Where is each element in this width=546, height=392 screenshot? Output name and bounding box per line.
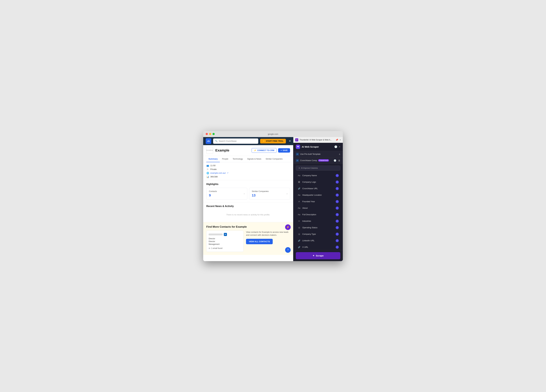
company-logo: EXAMPLE [206,147,213,154]
window-close-button[interactable] [206,133,208,135]
extension-header-bar: ⚡ Thunderbit: AI Web Scraper & Web A... … [293,137,343,143]
tab-technology[interactable]: Technology [230,156,245,162]
similar-companies-highlight-card[interactable]: Similar Companies 13 › [249,188,290,200]
search-bar[interactable]: 🔍 [213,138,258,144]
contact-card: in Director Director Management ✉ 1 emai… [206,231,244,252]
column-item-operating-status[interactable]: ◎ Operating Status ✓ [296,225,340,231]
prebuilt-left: cb Use Pre-built Template [296,153,320,156]
col-check-full-description: ✓ [336,213,339,216]
col-check-company-name: ✓ [336,174,339,177]
tab-summary[interactable]: Summary [206,156,220,162]
column-item-founded-year[interactable]: # Founded Year ✓ [296,199,340,205]
pin-icon[interactable]: 📌 [336,139,338,141]
view-all-contacts-button[interactable]: VIEW ALL CONTACTS [246,239,273,244]
scrape-button[interactable]: ✦ Scrape [296,252,340,259]
mac-titlebar: google.com [203,131,343,137]
mac-window-controls [206,133,215,135]
crunchbase-logo: cb [206,138,211,144]
mac-window: google.com cb 🔍 ⚡ START FREE TRIAL ≡ [203,131,343,261]
window-minimize-button[interactable] [209,133,211,135]
column-item-about[interactable]: Aa About ✓ [296,205,340,211]
col-check-founded-year: ✓ [336,200,339,203]
col-check-linkedin-url: ✓ [336,239,339,242]
save-button[interactable]: + SAVE [278,148,290,153]
news-title: Recent News & Activity [206,205,290,208]
column-item-headquarter[interactable]: Aa Headquarter Location ✓ [296,192,340,198]
col-name-operating-status: Operating Status [302,226,318,229]
col-check-x-url: ✓ [336,246,339,249]
start-trial-button[interactable]: ⚡ START FREE TRIAL [260,139,286,143]
col-name-founded-year: Founded Year [302,200,315,203]
column-item-crunchbase-url[interactable]: 🔗 Crunchbase URL ✓ [296,186,340,192]
tab-similar-companies[interactable]: Similar Companies [264,156,285,162]
email-found-row: ✉ 1 email found [209,247,241,250]
template-delete-icon[interactable]: 🗑 [338,159,340,162]
template-row-left: cb Crunchbase Comp Prebuilt-built [296,159,329,162]
window-maximize-button[interactable] [213,133,215,135]
external-link-icon: ↗ [227,172,228,174]
highlights-grid: Contacts 9 › Similar Companies 13 › [206,188,290,200]
tab-people[interactable]: People [220,156,230,162]
similar-chevron-icon: › [287,192,287,195]
column-item-full-description[interactable]: Aa Full Description ✓ [296,212,340,218]
contacts-label: Contacts [209,190,217,193]
extension-header-icons: 📌 × [336,139,341,141]
column-item-linkedin-url[interactable]: 🔗 LinkedIn URL ✓ [296,238,340,244]
template-name: Crunchbase Comp [300,159,317,161]
column-item-industries[interactable]: ≡ Industries ✓ [296,218,340,224]
contacts-right: View contacts for Example to access new … [246,231,290,244]
template-icon: cb [296,159,299,162]
crunchbase-navbar: cb 🔍 ⚡ START FREE TRIAL ≡ [203,137,293,145]
meta-website[interactable]: 🌐 example.com.au/ ↗ [206,172,290,174]
meta-rank: 📊 369,588 [206,175,290,178]
contacts-value: 9 [209,193,217,197]
column-item-company-logo[interactable]: 🖼 Company Logo ✓ [296,179,340,185]
contact-name-blurred [209,233,223,235]
tab-signals-news[interactable]: Signals & News [245,156,264,162]
contact-roles: Director Director Management [209,237,241,246]
column-item-x-url[interactable]: 🔗 X URL ✓ [296,244,340,250]
company-actions: ⚡ CONNECT TO CRM + SAVE [252,148,290,153]
col-type-status-icon-2: ◎ [297,232,301,236]
connect-icon: ⚡ [254,149,256,152]
col-type-link-icon-3: 🔗 [297,245,301,249]
contacts-desc: View contacts for Example to access new … [246,231,290,237]
connect-crm-button[interactable]: ⚡ CONNECT TO CRM [252,148,277,153]
column-item-company-name[interactable]: Aa Company Name ✓ [296,173,340,179]
company-identity: EXAMPLE Example [206,147,229,154]
extension-title-text: Thunderbit: AI Web Scraper & Web A... [299,139,332,141]
highlights-title: Highlights [206,183,290,186]
crunchbase-content[interactable]: 👥 11-50 🏳 Private 🌐 example.com.au/ ↗ 📊 [203,162,293,261]
col-check-crunchbase-url: ✓ [336,187,339,190]
extension-title-row: ⚡ Thunderbit: AI Web Scraper & Web A... [295,138,332,141]
hamburger-menu-icon[interactable]: ≡ [289,139,291,143]
col-type-text-icon-2: Aa [297,193,301,197]
find-contacts-title: Find More Contacts for Example [206,225,290,228]
panel-close-icon[interactable]: × [339,145,340,148]
ai-scraper-title-row: 🌩 AI Web Scraper [296,145,319,149]
help-button[interactable]: ? [285,247,291,253]
highlights-section: Highlights Contacts 9 › Similar Companie… [203,180,293,202]
news-empty-text: There is no recent news or activity for … [206,210,290,219]
prebuilt-chevron-icon[interactable]: ∧ [339,153,340,155]
linkedin-icon[interactable]: in [224,233,227,236]
thunderbit-scrollable-panel[interactable]: 🌩 AI Web Scraper 🕐 × cb Use Pre-built Te… [293,143,343,250]
ai-improve-columns-button[interactable]: ✦ AI Improve Columns [296,166,340,171]
history-icon[interactable]: 🕐 [334,145,337,148]
save-icon: + [281,149,282,152]
scrape-footer: ✦ Scrape [293,250,343,261]
col-name-company-logo: Company Logo [302,181,316,183]
meta-employees: 👥 11-50 [206,164,290,167]
template-history-icon[interactable]: 🕐 [334,159,336,162]
template-row: cb Crunchbase Comp Prebuilt-built 🕐 🗑 [293,157,343,164]
extension-close-icon[interactable]: × [340,139,341,141]
thunderbit-float-logo: ⚡ [285,224,291,230]
col-type-text-icon: Aa [297,174,301,177]
contacts-highlight-card[interactable]: Contacts 9 › [206,188,247,200]
scrape-icon: ✦ [312,254,315,257]
ai-scraper-title: AI Web Scraper [302,145,319,148]
ai-improve-section: ✦ AI Improve Columns [296,166,340,171]
column-item-company-type[interactable]: ◎ Company Type ✓ [296,231,340,237]
search-input[interactable] [219,140,256,142]
contact-name-row: in [209,233,241,236]
